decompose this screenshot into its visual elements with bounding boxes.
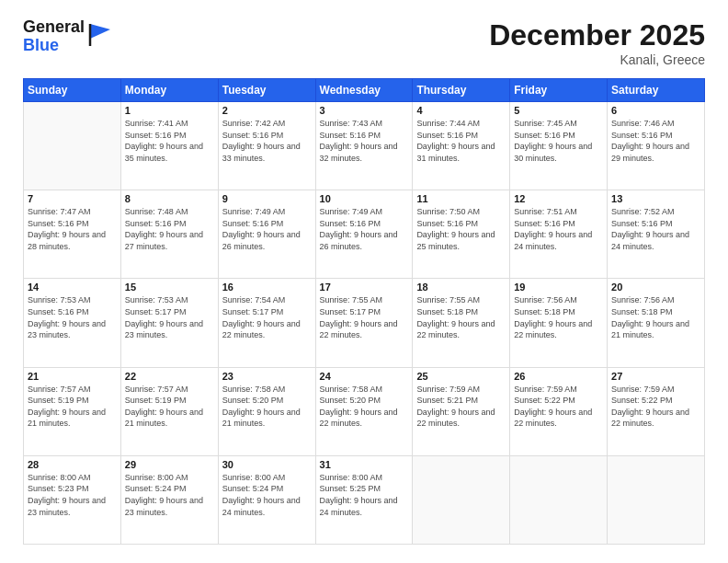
calendar-table: Sunday Monday Tuesday Wednesday Thursday…: [23, 78, 705, 545]
day-info: Sunrise: 7:42 AMSunset: 5:16 PMDaylight:…: [222, 118, 312, 164]
header: General Blue December 2025 Kanali, Greec…: [23, 18, 705, 67]
day-info: Sunrise: 7:47 AMSunset: 5:16 PMDaylight:…: [28, 206, 117, 252]
day-number: 3: [320, 105, 409, 116]
day-number: 14: [28, 282, 117, 293]
day-info: Sunrise: 7:52 AMSunset: 5:16 PMDaylight:…: [611, 206, 700, 252]
day-info: Sunrise: 7:59 AMSunset: 5:21 PMDaylight:…: [416, 384, 506, 430]
calendar-cell: 7Sunrise: 7:47 AMSunset: 5:16 PMDaylight…: [24, 190, 121, 279]
day-number: 17: [320, 282, 409, 293]
calendar-cell: [24, 102, 121, 190]
day-number: 1: [125, 105, 214, 116]
calendar-cell: 11Sunrise: 7:50 AMSunset: 5:16 PMDayligh…: [413, 190, 510, 279]
month-title: December 2025: [489, 18, 705, 52]
calendar-cell: 12Sunrise: 7:51 AMSunset: 5:16 PMDayligh…: [510, 190, 608, 279]
day-info: Sunrise: 7:49 AMSunset: 5:16 PMDaylight:…: [320, 206, 409, 252]
col-thursday: Thursday: [413, 79, 510, 102]
day-number: 20: [611, 282, 700, 293]
day-number: 5: [514, 105, 603, 116]
calendar-body: 1Sunrise: 7:41 AMSunset: 5:16 PMDaylight…: [24, 102, 705, 545]
day-info: Sunrise: 7:48 AMSunset: 5:16 PMDaylight:…: [125, 206, 214, 252]
day-info: Sunrise: 7:45 AMSunset: 5:16 PMDaylight:…: [514, 118, 603, 164]
day-info: Sunrise: 7:57 AMSunset: 5:19 PMDaylight:…: [125, 384, 214, 430]
day-info: Sunrise: 7:49 AMSunset: 5:16 PMDaylight:…: [222, 206, 312, 252]
calendar-cell: 29Sunrise: 8:00 AMSunset: 5:24 PMDayligh…: [120, 455, 218, 544]
day-info: Sunrise: 7:58 AMSunset: 5:20 PMDaylight:…: [222, 384, 312, 430]
calendar-week-2: 14Sunrise: 7:53 AMSunset: 5:16 PMDayligh…: [24, 279, 705, 367]
calendar-cell: [413, 455, 510, 544]
day-number: 11: [416, 193, 506, 204]
calendar-cell: 30Sunrise: 8:00 AMSunset: 5:24 PMDayligh…: [218, 455, 315, 544]
calendar-cell: 5Sunrise: 7:45 AMSunset: 5:16 PMDaylight…: [510, 102, 608, 190]
calendar-cell: 13Sunrise: 7:52 AMSunset: 5:16 PMDayligh…: [608, 190, 705, 279]
calendar-cell: 9Sunrise: 7:49 AMSunset: 5:16 PMDaylight…: [218, 190, 315, 279]
calendar-cell: 31Sunrise: 8:00 AMSunset: 5:25 PMDayligh…: [315, 455, 413, 544]
day-info: Sunrise: 7:43 AMSunset: 5:16 PMDaylight:…: [320, 118, 409, 164]
calendar-cell: 14Sunrise: 7:53 AMSunset: 5:16 PMDayligh…: [24, 279, 121, 367]
weekday-header-row: Sunday Monday Tuesday Wednesday Thursday…: [24, 79, 705, 102]
calendar-cell: 22Sunrise: 7:57 AMSunset: 5:19 PMDayligh…: [120, 367, 218, 455]
calendar-week-0: 1Sunrise: 7:41 AMSunset: 5:16 PMDaylight…: [24, 102, 705, 190]
location: Kanali, Greece: [489, 52, 705, 67]
day-info: Sunrise: 7:46 AMSunset: 5:16 PMDaylight:…: [611, 118, 700, 164]
day-info: Sunrise: 7:56 AMSunset: 5:18 PMDaylight:…: [611, 294, 700, 340]
calendar-cell: 21Sunrise: 7:57 AMSunset: 5:19 PMDayligh…: [24, 367, 121, 455]
day-number: 15: [125, 282, 214, 293]
calendar-cell: 23Sunrise: 7:58 AMSunset: 5:20 PMDayligh…: [218, 367, 315, 455]
calendar-cell: 1Sunrise: 7:41 AMSunset: 5:16 PMDaylight…: [120, 102, 218, 190]
calendar-week-3: 21Sunrise: 7:57 AMSunset: 5:19 PMDayligh…: [24, 367, 705, 455]
day-number: 7: [28, 193, 117, 204]
day-number: 23: [222, 371, 312, 382]
day-number: 24: [320, 371, 409, 382]
calendar-cell: 17Sunrise: 7:55 AMSunset: 5:17 PMDayligh…: [315, 279, 413, 367]
calendar-cell: 6Sunrise: 7:46 AMSunset: 5:16 PMDaylight…: [608, 102, 705, 190]
day-number: 16: [222, 282, 312, 293]
day-number: 10: [320, 193, 409, 204]
col-monday: Monday: [120, 79, 218, 102]
logo-text-box: General Blue: [23, 18, 112, 55]
calendar-cell: 24Sunrise: 7:58 AMSunset: 5:20 PMDayligh…: [315, 367, 413, 455]
calendar-week-4: 28Sunrise: 8:00 AMSunset: 5:23 PMDayligh…: [24, 455, 705, 544]
calendar-cell: 28Sunrise: 8:00 AMSunset: 5:23 PMDayligh…: [24, 455, 121, 544]
col-saturday: Saturday: [608, 79, 705, 102]
day-info: Sunrise: 7:44 AMSunset: 5:16 PMDaylight:…: [416, 118, 506, 164]
day-number: 2: [222, 105, 312, 116]
logo-blue: Blue: [23, 37, 85, 55]
col-friday: Friday: [510, 79, 608, 102]
day-info: Sunrise: 7:41 AMSunset: 5:16 PMDaylight:…: [125, 118, 214, 164]
calendar-cell: 3Sunrise: 7:43 AMSunset: 5:16 PMDaylight…: [315, 102, 413, 190]
day-number: 8: [125, 193, 214, 204]
calendar-cell: 2Sunrise: 7:42 AMSunset: 5:16 PMDaylight…: [218, 102, 315, 190]
calendar-cell: 27Sunrise: 7:59 AMSunset: 5:22 PMDayligh…: [608, 367, 705, 455]
day-number: 26: [514, 371, 603, 382]
day-number: 25: [416, 371, 506, 382]
col-wednesday: Wednesday: [315, 79, 413, 102]
day-info: Sunrise: 8:00 AMSunset: 5:25 PMDaylight:…: [320, 472, 409, 518]
day-info: Sunrise: 8:00 AMSunset: 5:23 PMDaylight:…: [28, 472, 117, 518]
calendar-cell: 16Sunrise: 7:54 AMSunset: 5:17 PMDayligh…: [218, 279, 315, 367]
day-number: 6: [611, 105, 700, 116]
calendar-cell: [608, 455, 705, 544]
calendar-cell: 15Sunrise: 7:53 AMSunset: 5:17 PMDayligh…: [120, 279, 218, 367]
col-tuesday: Tuesday: [218, 79, 315, 102]
calendar-cell: 19Sunrise: 7:56 AMSunset: 5:18 PMDayligh…: [510, 279, 608, 367]
day-number: 30: [222, 459, 312, 470]
day-info: Sunrise: 7:59 AMSunset: 5:22 PMDaylight:…: [514, 384, 603, 430]
day-number: 13: [611, 193, 700, 204]
calendar-cell: 4Sunrise: 7:44 AMSunset: 5:16 PMDaylight…: [413, 102, 510, 190]
day-number: 18: [416, 282, 506, 293]
day-info: Sunrise: 7:51 AMSunset: 5:16 PMDaylight:…: [514, 206, 603, 252]
svg-marker-0: [90, 24, 110, 39]
logo: General Blue: [23, 18, 112, 55]
day-info: Sunrise: 7:56 AMSunset: 5:18 PMDaylight:…: [514, 294, 603, 340]
logo-general: General: [23, 18, 85, 37]
calendar-cell: 25Sunrise: 7:59 AMSunset: 5:21 PMDayligh…: [413, 367, 510, 455]
logo-flag-icon: [88, 22, 112, 52]
day-number: 29: [125, 459, 214, 470]
calendar-cell: [510, 455, 608, 544]
calendar-cell: 10Sunrise: 7:49 AMSunset: 5:16 PMDayligh…: [315, 190, 413, 279]
calendar-cell: 26Sunrise: 7:59 AMSunset: 5:22 PMDayligh…: [510, 367, 608, 455]
day-number: 31: [320, 459, 409, 470]
calendar-cell: 18Sunrise: 7:55 AMSunset: 5:18 PMDayligh…: [413, 279, 510, 367]
day-info: Sunrise: 7:54 AMSunset: 5:17 PMDaylight:…: [222, 294, 312, 340]
day-info: Sunrise: 7:53 AMSunset: 5:17 PMDaylight:…: [125, 294, 214, 340]
